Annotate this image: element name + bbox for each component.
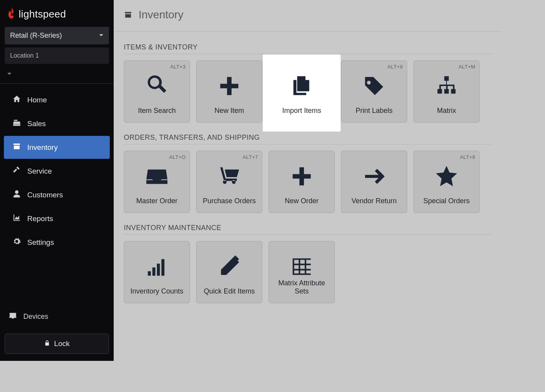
content-area: ITEMS & INVENTORYALT+3Item SearchNew Ite…: [114, 32, 501, 316]
cart-icon: [217, 164, 241, 190]
sidebar-item-label: Customers: [27, 191, 63, 199]
pencil-icon: [217, 255, 241, 280]
main-content: Inventory ITEMS & INVENTORYALT+3Item Sea…: [114, 0, 501, 361]
tile-label: Print Labels: [352, 107, 396, 115]
tile-label: Purchase Orders: [200, 197, 259, 206]
star-icon: [434, 164, 459, 190]
sidebar-item-label: Reports: [27, 214, 53, 223]
sidebar-item-label: Devices: [23, 313, 48, 321]
section-title: ORDERS, TRANSFERS, AND SHIPPING: [124, 134, 491, 144]
sidebar-item-reports[interactable]: Reports: [4, 207, 110, 230]
archive-icon: [124, 11, 132, 19]
bars-icon: [145, 255, 169, 280]
tag-icon: [362, 74, 386, 100]
sidebar-item-label: Service: [27, 167, 52, 176]
tile-master-order[interactable]: ALT+OMaster Order: [124, 151, 190, 213]
section-title: ITEMS & INVENTORY: [124, 43, 491, 54]
keyboard-shortcut: ALT+7: [243, 154, 258, 160]
brand-name: lightspeed: [19, 8, 66, 20]
tile-import-items[interactable]: Import Items: [269, 60, 335, 123]
tile-label: Special Orders: [420, 197, 473, 206]
hammer-icon: [12, 166, 21, 176]
spacer: [0, 255, 114, 306]
product-selector[interactable]: Retail (R-Series): [5, 27, 109, 44]
location-selector-label: Location 1: [10, 52, 39, 59]
sidebar-item-label: Sales: [27, 120, 46, 128]
page-header: Inventory: [114, 0, 501, 32]
tile-quick-edit-items[interactable]: Quick Edit Items: [196, 241, 262, 303]
tile-label: New Order: [281, 197, 322, 206]
tile-label: Item Search: [135, 107, 179, 115]
brand-logo: lightspeed: [0, 0, 114, 27]
chart-icon: [12, 213, 21, 224]
sidebar-item-label: Home: [27, 96, 47, 104]
tile-label: Matrix: [434, 107, 459, 115]
sidebar-item-home[interactable]: Home: [4, 88, 110, 111]
copy-icon: [290, 74, 314, 100]
grid-icon: [290, 255, 314, 280]
sidebar-nav: Home Sales Inventory Service Customers R…: [0, 85, 114, 255]
cash-register-icon: [12, 118, 21, 129]
location-selector[interactable]: Location 1: [5, 47, 109, 64]
sidebar-item-settings[interactable]: Settings: [4, 231, 110, 254]
tile-purchase-orders[interactable]: ALT+7Purchase Orders: [196, 151, 262, 213]
search-icon: [145, 74, 169, 100]
user-icon: [12, 190, 21, 200]
keyboard-shortcut: ALT+3: [170, 64, 186, 70]
tile-row: ALT+OMaster OrderALT+7Purchase OrdersNew…: [124, 151, 491, 213]
section-title: INVENTORY MAINTENANCE: [124, 224, 491, 235]
tile-special-orders[interactable]: ALT+8Special Orders: [413, 151, 480, 213]
tile-label: Matrix Attribute Sets: [269, 279, 334, 296]
keyboard-shortcut: ALT+O: [169, 154, 186, 160]
tile-new-order[interactable]: New Order: [269, 151, 335, 213]
tile-label: Quick Edit Items: [200, 287, 258, 296]
product-selector-label: Retail (R-Series): [10, 32, 62, 40]
tile-inventory-counts[interactable]: Inventory Counts: [124, 241, 190, 303]
sidebar-item-inventory[interactable]: Inventory: [4, 136, 110, 159]
tile-matrix-attribute-sets[interactable]: Matrix Attribute Sets: [269, 241, 335, 303]
tile-label: Vendor Return: [348, 197, 400, 206]
sidebar-item-sales[interactable]: Sales: [4, 112, 110, 135]
page-title: Inventory: [139, 9, 183, 21]
monitor-icon: [9, 311, 17, 322]
tile-label: Import Items: [279, 107, 324, 115]
sidebar-item-label: Settings: [27, 238, 54, 247]
tile-row: Inventory CountsQuick Edit ItemsMatrix A…: [124, 241, 491, 303]
plus-icon: [290, 164, 314, 190]
chevron-down-icon: [99, 32, 104, 40]
sidebar-item-devices[interactable]: Devices: [0, 306, 114, 327]
sidebar-item-label: Inventory: [27, 143, 58, 152]
tile-label: Master Order: [133, 197, 181, 206]
tile-new-item[interactable]: New Item: [196, 60, 262, 123]
sidebar-selectors: Retail (R-Series) Location 1: [0, 27, 114, 67]
sidebar-item-customers[interactable]: Customers: [4, 183, 110, 206]
lock-button[interactable]: Lock: [5, 334, 109, 354]
plus-icon: [217, 74, 241, 100]
sidebar-item-service[interactable]: Service: [4, 160, 110, 183]
sidebar: lightspeed Retail (R-Series) Location 1 …: [0, 0, 114, 361]
lock-icon: [44, 339, 50, 348]
home-icon: [12, 95, 21, 105]
tile-item-search[interactable]: ALT+3Item Search: [124, 60, 190, 123]
lock-button-label: Lock: [54, 339, 70, 348]
sidebar-collapse-toggle[interactable]: [0, 67, 114, 81]
tile-vendor-return[interactable]: Vendor Return: [341, 151, 407, 213]
archive-icon: [12, 142, 21, 153]
tile-label: Inventory Counts: [127, 287, 186, 296]
keyboard-shortcut: ALT+9: [387, 64, 403, 70]
tile-print-labels[interactable]: ALT+9Print Labels: [341, 60, 407, 123]
gear-icon: [12, 237, 21, 248]
inbox-icon: [145, 164, 169, 190]
keyboard-shortcut: ALT+8: [460, 154, 475, 160]
tile-matrix[interactable]: ALT+MMatrix: [413, 60, 480, 123]
keyboard-shortcut: ALT+M: [459, 64, 475, 70]
arrow-right-icon: [362, 164, 386, 190]
flame-icon: [7, 7, 16, 21]
divider: [0, 83, 114, 84]
tile-row: ALT+3Item SearchNew ItemImport ItemsALT+…: [124, 60, 491, 123]
sitemap-icon: [434, 74, 459, 100]
tile-label: New Item: [211, 107, 247, 115]
